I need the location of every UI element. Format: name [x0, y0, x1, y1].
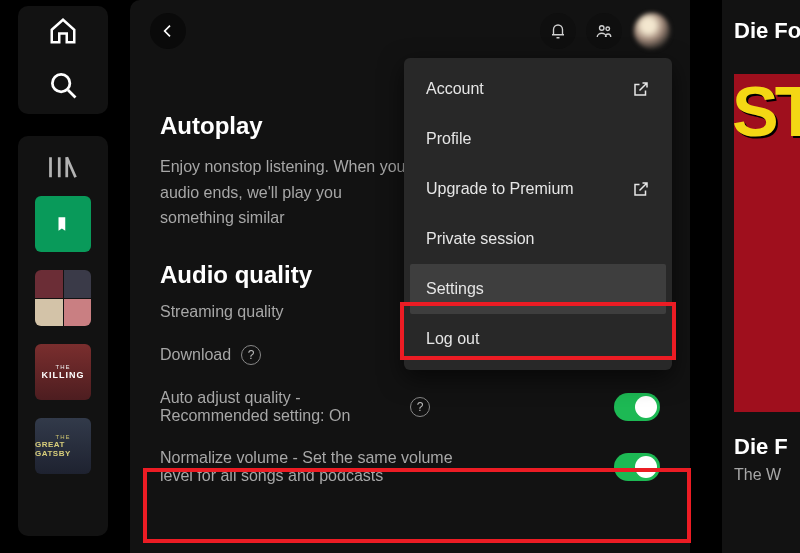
- menu-upgrade[interactable]: Upgrade to Premium: [410, 164, 666, 214]
- svg-point-4: [600, 26, 605, 31]
- normalize-toggle[interactable]: [614, 453, 660, 481]
- now-playing-track[interactable]: Die F: [734, 434, 800, 460]
- now-playing-panel: Die Fo ST Die F The W: [722, 0, 800, 553]
- liked-songs-tile[interactable]: [35, 196, 91, 252]
- auto-adjust-row: Auto adjust quality - Recommended settin…: [160, 389, 660, 425]
- help-icon[interactable]: ?: [241, 345, 261, 365]
- menu-logout-label: Log out: [426, 330, 479, 348]
- cover-text: ST: [732, 84, 800, 140]
- left-rail: THE KILLING THE GREAT GATSBY: [18, 6, 108, 546]
- menu-account-label: Account: [426, 80, 484, 98]
- menu-private-session[interactable]: Private session: [410, 214, 666, 264]
- home-icon[interactable]: [48, 16, 78, 46]
- friends-icon[interactable]: [586, 13, 622, 49]
- playlist-art-1[interactable]: [35, 270, 91, 326]
- svg-point-5: [606, 27, 610, 31]
- auto-adjust-label: Auto adjust quality - Recommended settin…: [160, 389, 400, 425]
- menu-upgrade-label: Upgrade to Premium: [426, 180, 574, 198]
- playlist-art-3[interactable]: THE GREAT GATSBY: [35, 418, 91, 474]
- external-link-icon: [632, 80, 650, 98]
- top-bar: [130, 0, 690, 62]
- now-playing-cover[interactable]: ST: [734, 74, 800, 412]
- menu-logout[interactable]: Log out: [410, 314, 666, 364]
- art3-main: GREAT GATSBY: [35, 440, 91, 458]
- profile-avatar[interactable]: [634, 13, 670, 49]
- normalize-label: Normalize volume - Set the same volume l…: [160, 449, 460, 485]
- auto-adjust-toggle[interactable]: [614, 393, 660, 421]
- menu-settings-label: Settings: [426, 280, 484, 298]
- library-group: THE KILLING THE GREAT GATSBY: [18, 136, 108, 536]
- now-playing-section-title: Die Fo: [734, 18, 800, 44]
- rail-top-group: [18, 6, 108, 114]
- library-icon[interactable]: [48, 156, 78, 178]
- back-button[interactable]: [150, 13, 186, 49]
- menu-settings[interactable]: Settings: [410, 264, 666, 314]
- autoplay-description: Enjoy nonstop listening. When your audio…: [160, 154, 420, 231]
- menu-account[interactable]: Account: [410, 64, 666, 114]
- download-label: Download: [160, 346, 231, 364]
- svg-line-1: [68, 90, 76, 98]
- profile-menu: Account Profile Upgrade to Premium Priva…: [404, 58, 672, 370]
- search-icon[interactable]: [48, 70, 78, 100]
- art2-main: KILLING: [42, 370, 85, 380]
- now-playing-artist[interactable]: The W: [734, 466, 800, 484]
- menu-private-label: Private session: [426, 230, 535, 248]
- external-link-icon: [632, 180, 650, 198]
- menu-profile[interactable]: Profile: [410, 114, 666, 164]
- playlist-art-2[interactable]: THE KILLING: [35, 344, 91, 400]
- svg-point-0: [52, 74, 70, 92]
- notifications-icon[interactable]: [540, 13, 576, 49]
- menu-profile-label: Profile: [426, 130, 471, 148]
- normalize-row: Normalize volume - Set the same volume l…: [160, 449, 660, 485]
- help-icon[interactable]: ?: [410, 397, 430, 417]
